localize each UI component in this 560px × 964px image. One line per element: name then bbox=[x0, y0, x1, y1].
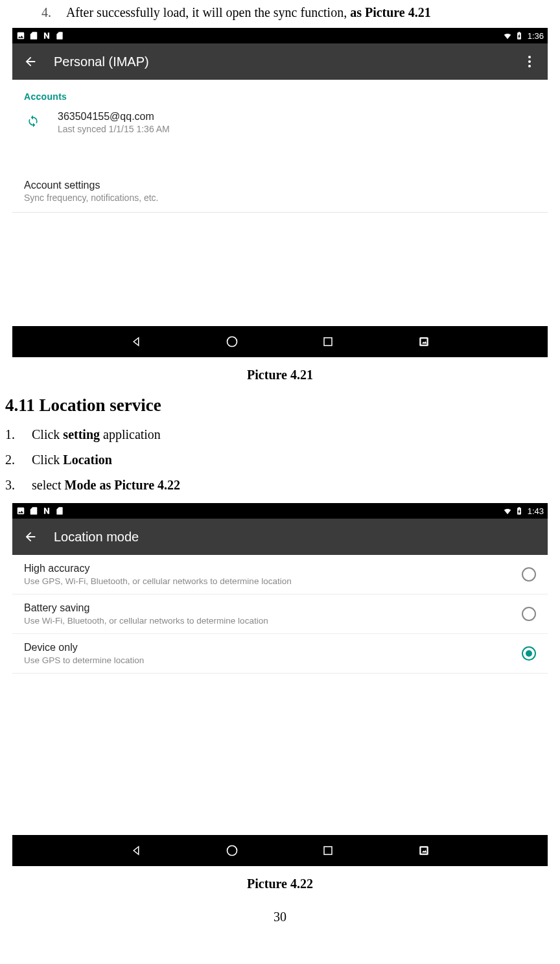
account-settings-row[interactable]: Account settings Sync frequency, notific… bbox=[12, 178, 548, 212]
battery-charging-icon bbox=[515, 506, 524, 515]
doc-step-4: 4. After successfully load, it will open… bbox=[41, 5, 557, 20]
navigation-bar bbox=[12, 835, 548, 866]
option-device-only[interactable]: Device only Use GPS to determine locatio… bbox=[12, 634, 548, 674]
radio-icon[interactable] bbox=[522, 567, 536, 582]
caption-4-21: Picture 4.21 bbox=[3, 368, 557, 382]
svg-rect-4 bbox=[324, 338, 332, 346]
back-button[interactable] bbox=[18, 524, 43, 550]
nav-home-button[interactable] bbox=[223, 841, 241, 860]
overflow-menu-button[interactable] bbox=[517, 49, 542, 75]
sd-icon bbox=[55, 31, 64, 40]
status-clock: 1:43 bbox=[528, 506, 544, 516]
svg-point-3 bbox=[228, 337, 237, 347]
sync-icon bbox=[24, 112, 42, 130]
nav-recent-button[interactable] bbox=[319, 841, 337, 860]
svg-rect-10 bbox=[421, 848, 427, 854]
navigation-bar bbox=[12, 326, 548, 357]
battery-charging-icon bbox=[515, 31, 524, 40]
image-icon bbox=[16, 31, 25, 40]
caption-4-22: Picture 4.22 bbox=[3, 876, 557, 891]
accounts-subheader: Accounts bbox=[12, 80, 548, 111]
sim-icon bbox=[29, 31, 38, 40]
account-row[interactable]: 363504155@qq.com Last synced 1/1/15 1:36… bbox=[12, 111, 548, 146]
step-number: 4. bbox=[41, 5, 64, 20]
screenshot-personal-imap: 1:36 Personal (IMAP) Accounts 363504155@… bbox=[12, 28, 548, 357]
account-email: 363504155@qq.com bbox=[58, 111, 170, 123]
sim-icon bbox=[29, 506, 38, 515]
n-icon bbox=[42, 31, 51, 40]
nav-back-button[interactable] bbox=[127, 333, 145, 351]
screenshot-location-mode: 1:43 Location mode High accuracy Use GPS… bbox=[12, 503, 548, 866]
doc-step-1: 1. Click setting application bbox=[5, 427, 555, 442]
status-clock: 1:36 bbox=[528, 31, 544, 41]
section-heading: 4.11 Location service bbox=[5, 395, 555, 416]
wifi-icon bbox=[503, 31, 512, 40]
app-bar-title: Location mode bbox=[54, 530, 542, 545]
step-bold: as Picture 4.21 bbox=[350, 5, 431, 19]
option-subtitle: Use GPS, Wi-Fi, Bluetooth, or cellular n… bbox=[24, 576, 522, 586]
account-settings-title: Account settings bbox=[24, 180, 536, 191]
nav-recent-button[interactable] bbox=[319, 333, 337, 351]
option-subtitle: Use Wi-Fi, Bluetooth, or cellular networ… bbox=[24, 616, 522, 626]
option-subtitle: Use GPS to determine location bbox=[24, 655, 522, 665]
app-bar: Personal (IMAP) bbox=[12, 43, 548, 80]
svg-rect-6 bbox=[421, 339, 427, 345]
back-button[interactable] bbox=[18, 49, 43, 75]
radio-icon[interactable] bbox=[522, 607, 536, 621]
doc-step-2: 2. Click Location bbox=[5, 453, 555, 467]
account-sync-status: Last synced 1/1/15 1:36 AM bbox=[58, 124, 170, 134]
n-icon bbox=[42, 506, 51, 515]
option-title: Battery saving bbox=[24, 602, 522, 614]
account-settings-sub: Sync frequency, notifications, etc. bbox=[24, 193, 536, 203]
svg-point-0 bbox=[528, 56, 531, 58]
sd-icon bbox=[55, 506, 64, 515]
doc-step-3: 3. select Mode as Picture 4.22 bbox=[5, 478, 555, 493]
radio-icon-selected[interactable] bbox=[522, 646, 536, 661]
option-title: High accuracy bbox=[24, 563, 522, 574]
svg-point-7 bbox=[228, 846, 237, 856]
content-area: High accuracy Use GPS, Wi-Fi, Bluetooth,… bbox=[12, 555, 548, 835]
image-icon bbox=[16, 506, 25, 515]
page-number: 30 bbox=[3, 910, 557, 924]
option-high-accuracy[interactable]: High accuracy Use GPS, Wi-Fi, Bluetooth,… bbox=[12, 555, 548, 594]
option-title: Device only bbox=[24, 642, 522, 653]
step-text: After successfully load, it will open th… bbox=[66, 5, 350, 19]
nav-screenshot-button[interactable] bbox=[415, 841, 433, 860]
nav-home-button[interactable] bbox=[223, 333, 241, 351]
svg-point-1 bbox=[528, 60, 531, 63]
app-bar-title: Personal (IMAP) bbox=[54, 54, 517, 69]
status-bar: 1:36 bbox=[12, 28, 548, 43]
svg-point-2 bbox=[528, 65, 531, 67]
status-bar: 1:43 bbox=[12, 503, 548, 519]
svg-rect-8 bbox=[324, 847, 332, 854]
app-bar: Location mode bbox=[12, 519, 548, 555]
nav-screenshot-button[interactable] bbox=[415, 333, 433, 351]
nav-back-button[interactable] bbox=[127, 841, 145, 860]
option-battery-saving[interactable]: Battery saving Use Wi-Fi, Bluetooth, or … bbox=[12, 594, 548, 634]
wifi-icon bbox=[503, 506, 512, 515]
content-area: Accounts 363504155@qq.com Last synced 1/… bbox=[12, 80, 548, 326]
